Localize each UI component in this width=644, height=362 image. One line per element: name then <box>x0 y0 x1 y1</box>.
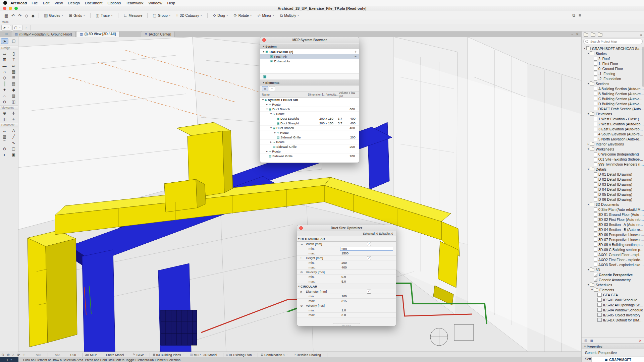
clone-folder-icon[interactable]: ⊞ <box>584 339 587 343</box>
element-row-sidewall-grille[interactable]: ▤Sidewall Grille200 <box>260 154 359 159</box>
nav-item-3d-04-section-b-auto-rebuild-mode[interactable]: 3D-04 Section - B (Auto-rebuild Mode... <box>582 227 644 232</box>
disclosure-icon[interactable]: ▾ <box>261 98 265 101</box>
search-box[interactable] <box>583 39 643 44</box>
disclosure-icon[interactable]: ▸ <box>265 103 269 106</box>
eyedropper-icon[interactable]: ◇ <box>25 13 28 18</box>
disclosure-icon[interactable]: ▾ <box>269 126 273 129</box>
nav-item-3d-09-c-building-section-perspective[interactable]: 3D-09 C Building section perspective ... <box>582 247 644 252</box>
text-tool[interactable]: A <box>10 128 17 133</box>
nav-item-graphisoft-archicad-sample-project-h[interactable]: ▾GRAPHISOFT ARCHICAD Sample Project - H.… <box>582 46 644 51</box>
marquee-tool-dropdown[interactable]: ▢⌄ <box>12 25 22 31</box>
spline-tool[interactable]: ∿ <box>10 140 17 145</box>
menu-edit[interactable]: Edit <box>43 1 50 5</box>
disclosure-icon[interactable]: ▾ <box>587 268 590 271</box>
status-3d-mep[interactable]: 3D MEP⌄ <box>85 353 100 357</box>
apple-menu-icon[interactable] <box>3 1 7 5</box>
toolbar-rotate-button[interactable]: ⟳Rotate⌄ <box>232 12 254 19</box>
system-section-header[interactable]: ▾ System <box>260 43 359 49</box>
disclosure-icon[interactable]: ▾ <box>583 47 586 50</box>
morph-tool[interactable]: ◆ <box>10 87 17 92</box>
element-row-route[interactable]: ▾↝Route <box>260 112 359 116</box>
disclosure-icon[interactable]: ▸ <box>265 150 269 153</box>
new-viewpoint-icon[interactable]: ▦ <box>590 339 593 343</box>
organizer-icon[interactable]: ≡ <box>579 13 581 18</box>
nav-item-details[interactable]: ▾Details <box>582 167 644 172</box>
disclosure-icon[interactable]: ▸ <box>273 131 277 134</box>
element-row-sidewall-grille[interactable]: ▤Sidewall Grille200 <box>260 144 359 149</box>
element-row-route[interactable]: ▸↝Route <box>260 140 359 144</box>
nav-item-3d-03-section-a-auto-rebuild-model[interactable]: 3D-03 Section - A (Auto-rebuild Model) <box>582 222 644 227</box>
status-01-existing-plan[interactable]: ⌂01 Existing Plan⌄ <box>226 353 255 357</box>
nav-item-d-04-detail-drawing[interactable]: D-04 Detail (Drawing) <box>582 187 644 192</box>
remove-icon[interactable]: − <box>355 59 357 63</box>
toolbar-group-button[interactable]: ▢Group⌄ <box>151 12 172 19</box>
nav-item-sections[interactable]: ▾Sections <box>582 81 644 86</box>
menu-options[interactable]: Options <box>108 1 121 5</box>
disclosure-icon[interactable]: ▾ <box>587 82 590 85</box>
nav-item-worksheets[interactable]: ▾Worksheets <box>582 146 644 152</box>
column-header-volume-flow-m[interactable]: Volume Flow [m³... <box>339 91 359 98</box>
nav-item-001-site-existing-independent[interactable]: 001 Site - Existing (Independent) <box>582 157 644 162</box>
disclosure-icon[interactable]: ▸ <box>269 140 273 143</box>
scrollbar[interactable] <box>642 47 644 87</box>
disclosure-icon[interactable]: ▾ <box>587 203 590 206</box>
nav-item-2-foundation[interactable]: -2. Foundation <box>582 76 644 81</box>
close-icon[interactable] <box>299 226 303 230</box>
system-item-ductwork-2[interactable]: ▾▣DUCTWORK (2)+ <box>260 49 359 54</box>
palettes-icon[interactable]: ⧉ <box>572 13 575 18</box>
window-tool[interactable]: ⊞ <box>1 57 8 62</box>
disclosure-icon[interactable]: ▾ <box>587 52 590 55</box>
disclosure-icon[interactable]: ▾ <box>297 285 301 288</box>
tab-floorplan[interactable]: ▤(I) MEP Floorplan [0. Ground Floor] <box>11 31 75 37</box>
toolbar-drag-button[interactable]: ⊹Drag⌄ <box>211 12 230 19</box>
nav-item-d-01-detail-drawing[interactable]: D-01 Detail (Drawing) <box>582 172 644 177</box>
orbit-icon[interactable]: ⟳ <box>17 353 20 357</box>
lamp-tool[interactable]: ⊙ <box>1 99 8 104</box>
section-header-circular[interactable]: ▾CIRCULAR <box>297 284 396 289</box>
element-row-duct-branch[interactable]: ▾▣Duct Branch400 <box>260 126 359 130</box>
nav-item-5-north-elevation-auto-rebuild-model[interactable]: 5 North Elevation (Auto-rebuild Model) <box>582 136 644 141</box>
elements-section-header[interactable]: ▾ Elements <box>260 79 359 85</box>
menu-view[interactable]: View <box>55 1 63 5</box>
menu-window[interactable]: Window <box>149 1 162 5</box>
nav-item-3d-02-first-floor-auto-rebuild-model[interactable]: 3D-02 First Floor (Auto-rebuild Model) <box>582 217 644 222</box>
detail-tool[interactable]: ▣ <box>10 152 17 157</box>
inject-parameters-icon[interactable]: ◆ <box>32 13 35 18</box>
element-row-duct-branch[interactable]: ▾▣Duct Branch600 <box>260 107 359 112</box>
nav-item-ies-bx-default-for-bimx-output[interactable]: IES-BX Default for BIMx output <box>582 317 644 322</box>
disclosure-icon[interactable]: ▾ <box>587 147 590 150</box>
zoom-in-icon[interactable]: ⊕ <box>7 353 9 357</box>
view-map-icon[interactable] <box>598 33 602 37</box>
hotspot-tool[interactable]: ⊙ <box>1 146 8 151</box>
system-item-exhaust-air[interactable]: ▣Exhaust Air− <box>260 59 359 63</box>
equipment-tool[interactable]: ◫ <box>10 99 17 104</box>
nav-item-0-welcome-independent[interactable]: 0 Welcome (Independent) <box>582 152 644 157</box>
nav-item-a-building-section-auto-rebuild-model[interactable]: A Building Section (Auto-rebuild Model) <box>582 86 644 91</box>
pan-icon[interactable]: ⊹ <box>22 353 25 357</box>
project-map-icon[interactable] <box>591 33 595 37</box>
navigator-menu-icon[interactable]: ≡ <box>640 33 642 37</box>
status-1-50[interactable]: 1:50⌄ <box>70 353 79 357</box>
nav-item-axo2-first-floor-exploded-axonomet[interactable]: AXO2 First Floor - exploded axonomet... <box>582 257 644 262</box>
nav-item-interior-elevations[interactable]: ▸Interior Elevations <box>582 141 644 146</box>
disclosure-icon[interactable]: ▾ <box>587 112 590 115</box>
curtain-wall-tool[interactable]: ▤ <box>10 81 17 86</box>
nav-item-3d-documents[interactable]: ▾3D Documents <box>582 202 644 207</box>
nav-item-draft-draft-section-auto-rebuild-mo[interactable]: DRAFT Draft Section (Auto-rebuild Mo... <box>582 106 644 111</box>
add-icon[interactable]: + <box>355 50 357 54</box>
nav-item-generic-axonometry[interactable]: Generic Axonometry <box>582 277 644 282</box>
disclosure-icon[interactable]: ▾ <box>587 168 590 171</box>
redo-icon[interactable]: ↷ <box>18 13 21 18</box>
search-input[interactable] <box>590 40 641 44</box>
fill-tool[interactable]: ▨ <box>1 134 8 139</box>
nav-item-generic-perspective[interactable]: Generic Perspective <box>582 272 644 277</box>
fit-in-window-icon[interactable]: ⌂ <box>12 353 14 357</box>
remove-icon[interactable]: − <box>355 55 357 58</box>
marquee-tool[interactable]: ▢ <box>10 38 17 43</box>
menu-file[interactable]: File <box>32 1 38 5</box>
toolbar-multiply-button[interactable]: ⧉Multiply⌄ <box>279 12 301 19</box>
figure-tool[interactable]: ▢ <box>10 146 17 151</box>
nav-item-0-ground-floor[interactable]: 0. Ground Floor <box>582 66 644 71</box>
status-combination-1[interactable]: ⊞Combination 1⌄ <box>261 353 288 357</box>
toolbar-grids-button[interactable]: ⊞Grids⌄ <box>67 12 87 19</box>
